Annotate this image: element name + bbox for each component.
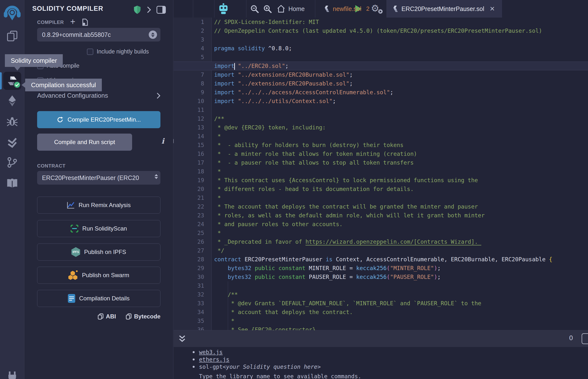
deploy-run-icon[interactable] <box>0 95 24 107</box>
ai-robot-icon[interactable] <box>218 3 229 15</box>
expand-terminal-icon[interactable] <box>178 334 186 344</box>
copy-abi-button[interactable]: ABI <box>98 313 116 320</box>
debugger-icon[interactable] <box>0 116 24 127</box>
code-line: import "../../../access/AccessControlEnu… <box>214 88 588 97</box>
solgpt-prefix: sol-gpt <box>199 363 223 370</box>
git-icon[interactable] <box>0 157 24 168</box>
compiler-file-icon[interactable] <box>82 18 88 26</box>
shield-icon[interactable] <box>133 5 141 14</box>
active-plugin-indicator <box>0 72 2 89</box>
contract-section-label: CONTRACT <box>37 163 65 169</box>
compilation-details-button[interactable]: Compilation Details <box>37 290 160 307</box>
run-config-icon[interactable]: ⚙ <box>371 3 379 14</box>
select-arrows-icon <box>155 174 158 179</box>
panel-title: SOLIDITY COMPILER <box>32 5 103 13</box>
tab-newfile-label: newfile.sol <box>333 5 361 13</box>
tab-erc20-preset[interactable]: ERC20PresetMinterPauser.sol ✕ <box>387 0 502 17</box>
compile-button-label: Compile ERC20PresetMin... <box>67 116 141 123</box>
split-panel-icon[interactable] <box>156 6 166 14</box>
run-config-play-icon <box>378 9 383 14</box>
code-line: * different roles - head to its document… <box>214 185 588 193</box>
select-spinner-icon <box>149 31 157 39</box>
code-line <box>214 281 588 290</box>
learneth-icon[interactable] <box>0 178 24 189</box>
terminal-library-link[interactable]: ethers.js <box>199 356 230 363</box>
code-editor[interactable]: 1234567891011121314151617181920212223242… <box>174 17 588 330</box>
publish-swarm-button[interactable]: Publish on Swarm <box>37 267 160 284</box>
chevron-right-icon <box>156 93 160 99</box>
code-line: * _Deprecated in favor of https://wizard… <box>214 237 588 246</box>
file-explorer-icon[interactable] <box>0 30 24 42</box>
code-line: import "../../../utils/Context.sol"; <box>214 97 588 106</box>
code-line: * @dev Grants `DEFAULT_ADMIN_ROLE`, `MIN… <box>214 299 588 308</box>
solidity-file-icon <box>325 5 329 12</box>
advanced-configurations[interactable]: Advanced Configurations <box>37 92 160 99</box>
analysis-chart-icon <box>67 202 75 209</box>
code-line: */ <box>214 246 588 255</box>
code-line: contract ERC20PresetMinterPauser is Cont… <box>214 255 588 264</box>
terminal-listen-count: 0 <box>569 334 573 342</box>
code-line: * <box>214 316 588 325</box>
tab-newfile[interactable]: newfile.sol 2 <box>325 0 370 17</box>
code-line: import "../ERC20.sol"; <box>214 62 588 70</box>
publish-ipfs-button[interactable]: IPFS Publish on IPFS <box>37 243 160 261</box>
code-line <box>214 35 588 44</box>
static-analysis-icon[interactable] <box>0 137 24 148</box>
plugin-connect-icon[interactable] <box>0 370 24 379</box>
code-line <box>214 106 588 114</box>
code-line: * This contract uses {AccessControl} to … <box>214 176 588 185</box>
remix-logo[interactable] <box>0 3 24 21</box>
compile-and-run-label: Compile and Run script <box>54 139 115 145</box>
bullet-icon <box>193 366 195 368</box>
terminal-output[interactable]: web3.jsethers.js sol-gpt <your Solidity … <box>174 347 588 379</box>
code-line: * - a minter role that allows for token … <box>214 149 588 158</box>
terminal-footer-text: Type the library name to see available c… <box>199 373 361 379</box>
tab-home[interactable]: Home <box>277 0 305 17</box>
solidityscan-icon <box>71 225 78 233</box>
copy-icon <box>126 313 132 320</box>
zoom-out-icon[interactable] <box>250 4 259 14</box>
run-remix-analysis-button[interactable]: Run Remix Analysis <box>37 197 160 214</box>
zoom-in-icon[interactable] <box>263 4 272 14</box>
bytecode-label: Bytecode <box>134 313 160 320</box>
tab-bar: ⚙ <box>174 0 588 17</box>
code-line: * - ability for holders to burn (destroy… <box>214 141 588 149</box>
terminal-search-input[interactable] <box>582 333 588 344</box>
solgpt-hint: <your Solidity question here> <box>223 363 321 370</box>
code-line: * - a pauser role that allows to stop al… <box>214 158 588 167</box>
ipfs-icon: IPFS <box>71 247 80 257</box>
code-line: bytes32 public constant MINTER_ROLE = ke… <box>214 264 588 272</box>
run-solidityscan-label: Run SolidityScan <box>82 225 127 232</box>
compile-button[interactable]: Compile ERC20PresetMin... <box>37 111 160 128</box>
code-line: * See {ERC20-constructor}. <box>214 325 588 330</box>
nightly-builds-row: Include nightly builds <box>87 48 149 55</box>
info-icon[interactable]: i <box>161 137 164 145</box>
compile-and-run-button[interactable]: Compile and Run script <box>37 134 132 151</box>
copy-bytecode-button[interactable]: Bytecode <box>126 313 160 320</box>
code-line: import "../extensions/ERC20Pausable.sol"… <box>214 79 588 88</box>
run-remix-analysis-label: Run Remix Analysis <box>79 202 131 208</box>
home-icon <box>277 5 285 13</box>
nightly-builds-checkbox[interactable] <box>87 48 93 55</box>
solidity-file-icon <box>393 5 398 12</box>
compiler-version-value: 0.8.29+commit.ab55807c <box>42 31 111 38</box>
close-tab-icon[interactable]: ✕ <box>490 5 495 13</box>
add-compiler-icon[interactable]: + <box>70 19 76 24</box>
code-line: * and pauser roles to other accounts. <box>214 220 588 229</box>
chevron-right-icon[interactable] <box>147 6 151 13</box>
code-line: * <box>214 193 588 202</box>
code-line: /** <box>214 114 588 123</box>
code-lines: // SPDX-License-Identifier: MIT// OpenZe… <box>214 17 588 330</box>
terminal-library-link-line: ethers.js <box>174 356 588 363</box>
abi-label: ABI <box>106 313 116 320</box>
code-line: * roles, as well as the default admin ro… <box>214 211 588 220</box>
compiler-version-select[interactable]: 0.8.29+commit.ab55807c <box>37 28 160 42</box>
code-line: pragma solidity ^0.8.0; <box>214 44 588 53</box>
terminal-bar[interactable]: 0 <box>174 330 588 347</box>
solidity-compiler-tooltip: Solidity compiler <box>5 54 63 67</box>
contract-select[interactable]: ERC20PresetMinterPauser (ERC20 <box>37 171 160 185</box>
terminal-library-link[interactable]: web3.js <box>199 348 223 356</box>
run-solidityscan-button[interactable]: Run SolidityScan <box>37 220 160 237</box>
compilation-success-badge <box>14 81 21 88</box>
code-line: // SPDX-License-Identifier: MIT <box>214 17 588 26</box>
